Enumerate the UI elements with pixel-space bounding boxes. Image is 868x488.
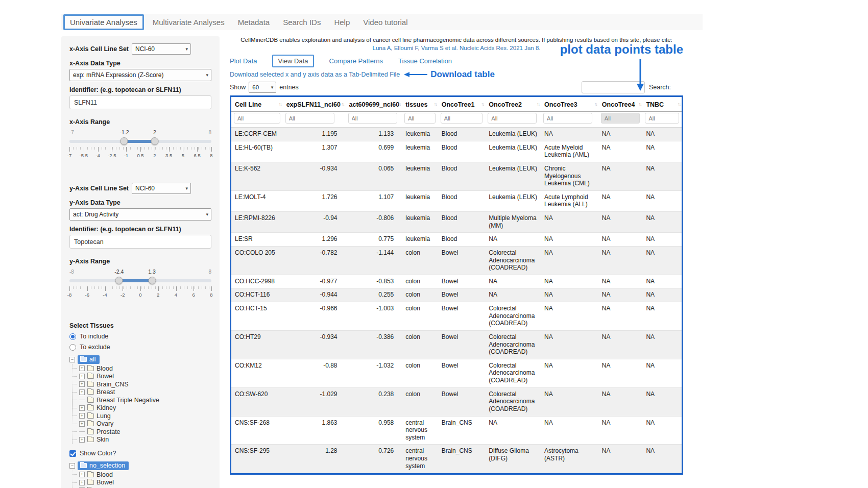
filter-input-tissues[interactable]	[404, 113, 435, 124]
nav-tab-metadata[interactable]: Metadata	[231, 16, 277, 29]
filter-input-act609699-nci60[interactable]	[348, 113, 397, 124]
expand-icon[interactable]: +	[79, 374, 85, 379]
col-header-oncotree4[interactable]: OncoTree4↑↓	[598, 97, 643, 112]
expand-icon[interactable]: +	[79, 365, 85, 371]
tree-item-label: Skin	[97, 436, 109, 443]
y-data-type-select[interactable]: act: Drug Activity	[69, 208, 211, 221]
table-cell: Bowel	[438, 387, 486, 416]
slider-track[interactable]	[69, 279, 211, 282]
expand-icon[interactable]: +	[79, 413, 85, 419]
tree-root-label: no_selection	[89, 462, 125, 469]
table-cell: NA	[598, 275, 643, 288]
filter-input-oncotree2[interactable]	[488, 113, 537, 124]
table-cell: 0.065	[346, 162, 402, 190]
tree-item-prostate[interactable]: Prostate	[73, 428, 211, 436]
filter-input-oncotree1[interactable]	[441, 113, 483, 124]
tree-item-breast-triple-negative[interactable]: Breast Triple Negative	[73, 396, 211, 404]
tab-plot-data[interactable]: Plot Data	[230, 57, 257, 65]
expand-icon[interactable]: +	[79, 480, 85, 485]
nav-tab-search-ids[interactable]: Search IDs	[276, 16, 327, 29]
table-cell: leukemia	[402, 190, 438, 211]
table-cell: Bowel	[438, 288, 486, 302]
entries-select[interactable]: 60	[249, 82, 276, 93]
table-cell: NA	[541, 212, 598, 233]
table-cell: Bowel	[438, 330, 486, 359]
expand-icon[interactable]: +	[79, 472, 85, 477]
slider-track[interactable]	[69, 140, 211, 143]
slider-tick-label: 2	[157, 292, 159, 298]
slider-handle-from[interactable]	[120, 137, 128, 145]
expand-icon[interactable]: +	[79, 437, 85, 443]
tree-item-lung[interactable]: +Lung	[73, 412, 211, 420]
nav-tab-univariate-analyses[interactable]: Univariate Analyses	[63, 14, 144, 30]
tab-compare-patterns[interactable]: Compare Patterns	[329, 57, 383, 65]
col-header-expslfn11-nci60[interactable]: expSLFN11_nci60↑↓	[283, 97, 346, 112]
tree-item-bowel[interactable]: +Bowel	[73, 479, 211, 487]
slider-handle-to[interactable]	[148, 277, 156, 284]
table-cell: NA	[541, 275, 598, 288]
tab-tissue-correlation[interactable]: Tissue Correlation	[398, 57, 452, 65]
tree-item-blood[interactable]: +Blood	[73, 364, 211, 373]
table-cell: NA	[541, 387, 598, 416]
expand-icon[interactable]: +	[79, 389, 85, 395]
folder-icon	[87, 472, 94, 477]
slider-handle-to[interactable]	[151, 137, 158, 145]
radio-to-exclude[interactable]: To exclude	[69, 344, 211, 351]
col-header-cell-line[interactable]: Cell Line↑↓	[231, 97, 283, 112]
sort-icon: ↑↓	[638, 102, 641, 107]
tissue-tree-color: −no_selection+Blood+Bowel+Brain_CNS+Brea…	[69, 461, 211, 488]
collapse-icon[interactable]: −	[69, 357, 75, 362]
y-identifier-label: Identifier: (e.g. topotecan or SLFN11)	[69, 226, 211, 233]
slider-handle-from[interactable]	[115, 277, 123, 284]
download-link[interactable]: Download selected x and y axis data as a…	[230, 71, 400, 78]
col-header-oncotree2[interactable]: OncoTree2↑↓	[485, 97, 541, 112]
expand-icon[interactable]: +	[79, 381, 85, 387]
col-header-oncotree1[interactable]: OncoTree1↑↓	[438, 97, 486, 112]
filter-input-tnbc[interactable]	[645, 113, 679, 124]
x-axis-range-slider[interactable]: -78-1.22-7-5.5-4-2.5-10.523.556.58	[69, 137, 211, 165]
col-header-tissues[interactable]: tissues↑↓	[402, 97, 438, 112]
search-input[interactable]	[582, 81, 645, 93]
nav-tab-help[interactable]: Help	[327, 16, 356, 29]
radio-to-include[interactable]: To include	[69, 333, 211, 340]
x-cell-line-set-select[interactable]: NCI-60	[132, 43, 191, 55]
filter-input-expslfn11-nci60[interactable]	[285, 113, 334, 124]
y-axis-range-slider[interactable]: -88-2.41.3-8-6-4-202468	[69, 276, 211, 305]
filter-input-oncotree3[interactable]	[543, 113, 592, 124]
y-identifier-input[interactable]	[69, 235, 211, 249]
filter-input-oncotree4[interactable]	[601, 113, 640, 124]
table-cell: NA	[598, 212, 643, 233]
checkbox-checked-icon	[69, 450, 76, 457]
tree-item-bowel[interactable]: +Bowel	[73, 373, 211, 381]
col-header-tnbc[interactable]: TNBC↑↓	[642, 97, 682, 112]
tree-item-breast[interactable]: +Breast	[73, 388, 211, 397]
table-cell: NA	[598, 141, 643, 162]
tree-root-no-selection[interactable]: −no_selection	[69, 461, 211, 471]
nav-tab-multivariate-analyses[interactable]: Multivariate Analyses	[146, 16, 231, 29]
table-cell: -0.386	[346, 330, 402, 359]
expand-icon[interactable]: +	[79, 421, 85, 427]
table-cell: NA	[642, 128, 682, 141]
filter-input-cell-line[interactable]	[234, 113, 280, 124]
expand-icon[interactable]: +	[79, 405, 85, 411]
data-table-highlight-box: Cell Line↑↓expSLFN11_nci60↑↓act609699_nc…	[230, 95, 683, 475]
folder-icon	[87, 374, 94, 379]
tree-item-label: Breast	[97, 388, 115, 396]
collapse-icon[interactable]: −	[69, 463, 75, 469]
nav-tab-video-tutorial[interactable]: Video tutorial	[356, 16, 414, 29]
y-cell-line-set-select[interactable]: NCI-60	[132, 183, 191, 194]
tree-item-blood[interactable]: +Blood	[73, 471, 211, 479]
tree-item-ovary[interactable]: +Ovary	[73, 420, 211, 428]
x-data-type-select[interactable]: exp: mRNA Expression (Z-Score)	[69, 69, 211, 81]
tree-item-skin[interactable]: +Skin	[73, 436, 211, 444]
show-color-checkbox[interactable]: Show Color?	[69, 450, 211, 457]
table-cell: leukemia	[402, 162, 438, 190]
col-header-act609699-nci60[interactable]: act609699_nci60↑↓	[346, 97, 402, 112]
x-identifier-input[interactable]	[69, 95, 211, 109]
col-header-oncotree3[interactable]: OncoTree3↑↓	[541, 97, 598, 112]
table-header-row: Cell Line↑↓expSLFN11_nci60↑↓act609699_nc…	[231, 97, 682, 112]
tree-root-all[interactable]: −all	[69, 355, 211, 364]
tab-view-data[interactable]: View Data	[272, 55, 314, 67]
tree-item-brain-cns[interactable]: +Brain_CNS	[73, 380, 211, 388]
tree-item-kidney[interactable]: +Kidney	[73, 404, 211, 412]
